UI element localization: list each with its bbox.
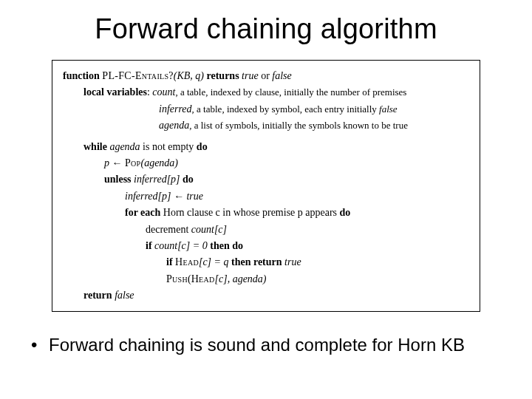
push-fn: Push (166, 273, 188, 284)
lv-inferred-name: inferred (159, 103, 192, 115)
lv-inferred-false: false (379, 103, 398, 115)
pop-assign: ← (109, 157, 125, 168)
kw-unless-do: do (183, 174, 194, 185)
pop-p: p (104, 157, 109, 168)
algo-while: while agenda is not empty do (63, 139, 469, 155)
algo-if-count: if count[c] = 0 then do (63, 238, 469, 254)
lv-agenda-desc: , a list of symbols, initially the symbo… (189, 120, 408, 131)
lv-inferred-desc: , a table, indexed by symbol, each entry… (192, 103, 379, 115)
lv-count-name: count (152, 86, 175, 98)
kw-then-return: then return (231, 256, 282, 267)
ret-or: or (261, 70, 270, 81)
fn-name: PL-FC-Entails? (102, 70, 174, 81)
algo-unless: unless inferred[p] do (63, 171, 469, 188)
algo-foreach: for each Horn clause c in whose premise … (63, 205, 469, 221)
headc-q-rest: [c] = q (199, 256, 231, 267)
ret-true: true (242, 70, 259, 81)
bullet-text: Forward chaining is sound and complete f… (49, 334, 502, 356)
kw-then-do: then do (210, 240, 243, 251)
algo-localvars-agenda: agenda, a list of symbols, initially the… (63, 117, 469, 134)
kw-do: do (197, 141, 208, 152)
kw-returns: returns (207, 70, 239, 81)
algorithm-box: function PL-FC-Entails?(KB, q) returns t… (52, 60, 480, 312)
bullet-dot-icon: • (30, 334, 49, 356)
return-false-word: false (112, 290, 134, 301)
kw-localvars: local variables (83, 86, 147, 98)
algo-decrement: decrement count[c] (63, 222, 469, 238)
while-notempty: is not empty (140, 141, 197, 152)
kw-if-1: if (146, 240, 152, 251)
kw-foreach-do: do (340, 207, 351, 218)
ret-false: false (272, 70, 291, 81)
algo-inferred-assign: inferred[p] ← true (63, 188, 469, 205)
return-true: true (282, 256, 301, 267)
kw-foreach: for each (125, 207, 160, 218)
fn-args: (KB, q) (174, 70, 204, 81)
decrement-countc: count[c] (191, 224, 227, 235)
kw-while: while (83, 141, 107, 152)
pop-args: (agenda) (140, 157, 178, 168)
algo-return-false: return false (63, 287, 469, 304)
algo-localvars-inferred: inferred, a table, indexed by symbol, ea… (63, 101, 469, 117)
kw-function: function (63, 70, 100, 81)
push-rest: [c], agenda) (215, 273, 267, 284)
while-agenda: agenda (109, 141, 140, 152)
algo-pop: p ← Pop(agenda) (63, 155, 469, 171)
foreach-line: Horn clause c in whose premise p appears (160, 207, 339, 218)
kw-unless: unless (104, 174, 132, 185)
decrement-word: decrement (146, 224, 191, 235)
push-head: Head (191, 273, 215, 284)
head-sc-1: Head (175, 256, 199, 267)
algo-push: Push(Head[c], agenda) (63, 271, 469, 287)
algo-signature: function PL-FC-Entails?(KB, q) returns t… (63, 68, 469, 84)
algo-localvars-count: local variables: count, a table, indexed… (63, 84, 469, 100)
kw-if-2: if (166, 256, 173, 267)
slide-title: Forward chaining algorithm (0, 0, 532, 52)
slide: Forward chaining algorithm function PL-F… (0, 0, 532, 399)
algo-if-head: if Head[c] = q then return true (63, 254, 469, 270)
pop-fn: Pop (125, 157, 140, 168)
bullet-list: • Forward chaining is sound and complete… (30, 334, 502, 356)
bullet-item: • Forward chaining is sound and complete… (30, 334, 502, 356)
unless-cond: inferred[p] (132, 174, 183, 185)
lv-agenda-name: agenda (159, 120, 189, 131)
lv-count-desc: , a table, indexed by clause, initially … (175, 86, 406, 98)
kw-return: return (83, 290, 112, 301)
if-count-cond: count[c] = 0 (152, 240, 211, 251)
